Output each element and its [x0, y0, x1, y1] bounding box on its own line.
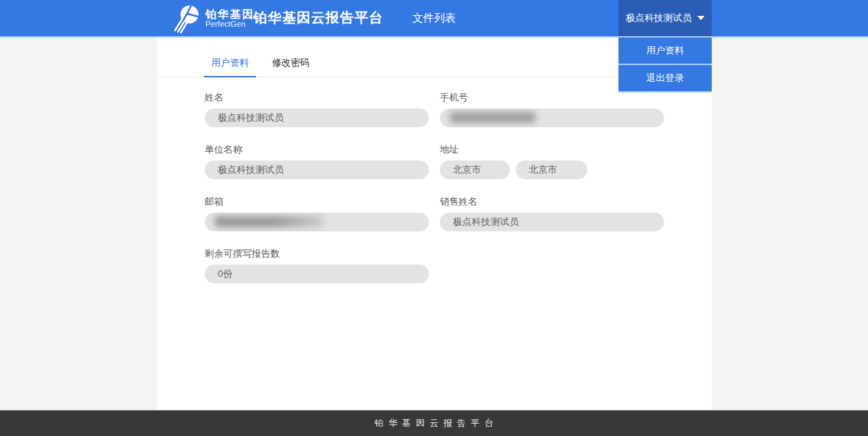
- masked-phone-value: [450, 112, 535, 123]
- user-menu-trigger[interactable]: 极点科技测试员: [618, 0, 712, 36]
- logo-text: 铂华基因 PerfectGen: [205, 9, 255, 28]
- app-footer: 铂华基因云报告平台: [0, 410, 868, 436]
- tab-user-profile[interactable]: 用户资料: [204, 56, 256, 77]
- user-menu-label: 极点科技测试员: [626, 12, 692, 25]
- field-sales-name-label: 销售姓名: [440, 196, 664, 208]
- profile-card: 用户资料 修改密码 姓名 极点科技测试员 手机号 单位名称 极点科技测试员 地址…: [157, 38, 712, 410]
- field-phone-label: 手机号: [440, 92, 664, 103]
- user-dropdown-menu: 用户资料 退出登录: [618, 38, 712, 93]
- logo-text-en: PerfectGen: [205, 20, 255, 29]
- field-remaining-reports-label: 剩余可撰写报告数: [205, 248, 429, 260]
- tab-change-password[interactable]: 修改密码: [265, 56, 317, 77]
- field-company: 单位名称 极点科技测试员: [205, 144, 429, 179]
- field-phone: 手机号: [440, 92, 664, 127]
- page-title: 铂华基因云报告平台: [253, 0, 383, 36]
- field-email-label: 邮箱: [205, 196, 429, 208]
- field-phone-input[interactable]: [440, 108, 664, 127]
- profile-form: 姓名 极点科技测试员 手机号 单位名称 极点科技测试员 地址 北京市 北京市 邮…: [205, 92, 712, 300]
- masked-email-value: [215, 216, 323, 227]
- footer-title: 铂华基因云报告平台: [370, 417, 498, 429]
- logo-text-cn: 铂华基因: [205, 9, 255, 20]
- field-remaining-reports: 剩余可撰写报告数 0份: [205, 248, 429, 283]
- caret-down-icon: [697, 16, 705, 20]
- field-address-label: 地址: [440, 144, 664, 155]
- field-email-input[interactable]: [205, 213, 429, 231]
- app-header: 铂华基因 PerfectGen 铂华基因云报告平台 文件列表 极点科技测试员: [0, 0, 868, 38]
- nav-item-file-list[interactable]: 文件列表: [412, 0, 456, 36]
- field-company-input[interactable]: 极点科技测试员: [205, 161, 429, 179]
- field-address-city-input[interactable]: 北京市: [516, 161, 587, 179]
- field-address-province-input[interactable]: 北京市: [440, 161, 510, 179]
- field-sales-name: 销售姓名 极点科技测试员: [440, 196, 664, 231]
- menu-item-logout[interactable]: 退出登录: [618, 65, 712, 93]
- field-address: 地址 北京市 北京市: [440, 144, 664, 179]
- field-remaining-reports-input[interactable]: 0份: [205, 265, 429, 283]
- field-company-label: 单位名称: [205, 144, 429, 155]
- field-name: 姓名 极点科技测试员: [205, 92, 429, 127]
- menu-item-user-profile[interactable]: 用户资料: [618, 38, 712, 65]
- field-name-input[interactable]: 极点科技测试员: [205, 108, 429, 127]
- field-name-label: 姓名: [205, 92, 429, 103]
- brand-logo: 铂华基因 PerfectGen: [172, 4, 255, 33]
- field-sales-name-input[interactable]: 极点科技测试员: [440, 213, 664, 231]
- field-email: 邮箱: [205, 196, 429, 231]
- perfectgen-logo-icon: [172, 4, 201, 33]
